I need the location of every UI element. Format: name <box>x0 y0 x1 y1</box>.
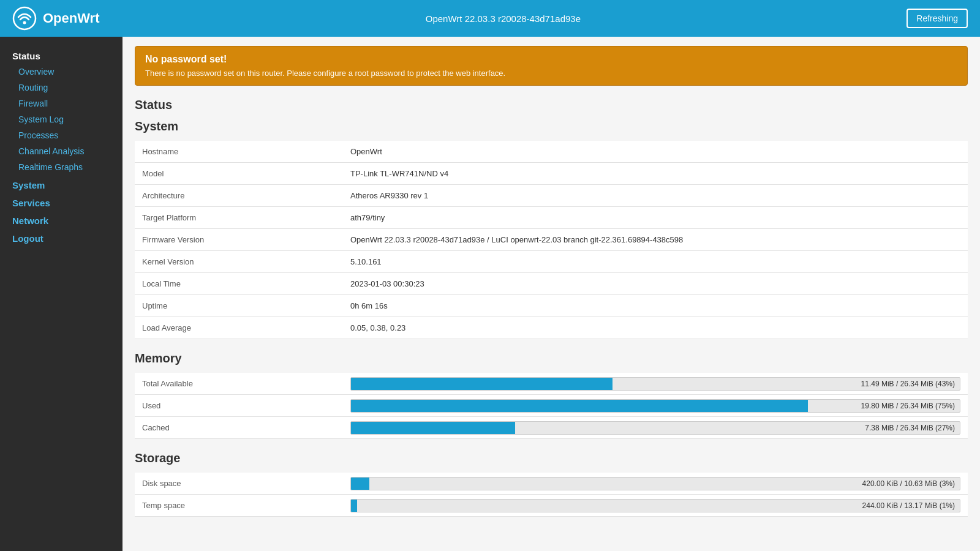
storage-bar: 244.00 KiB / 13.17 MiB (1%) <box>350 499 960 512</box>
row-label: Kernel Version <box>135 251 343 273</box>
table-row: HostnameOpenWrt <box>135 141 968 163</box>
bar-label: 19.80 MiB / 26.34 MiB (75%) <box>861 402 955 410</box>
row-label: Hostname <box>135 141 343 163</box>
bar-fill <box>351 478 369 490</box>
bar-label: 7.38 MiB / 26.34 MiB (27%) <box>865 424 955 432</box>
storage-table: Disk space 420.00 KiB / 10.63 MiB (3%) T… <box>135 473 968 517</box>
content-area: No password set! There is no password se… <box>123 37 980 551</box>
storage-bar: 420.00 KiB / 10.63 MiB (3%) <box>350 477 960 490</box>
row-bar-cell: 420.00 KiB / 10.63 MiB (3%) <box>343 473 968 495</box>
row-bar-cell: 19.80 MiB / 26.34 MiB (75%) <box>343 395 968 417</box>
memory-bar: 7.38 MiB / 26.34 MiB (27%) <box>350 421 960 435</box>
table-row: ModelTP-Link TL-WR741N/ND v4 <box>135 163 968 185</box>
bar-fill <box>351 400 808 412</box>
warning-banner: No password set! There is no password se… <box>135 46 968 86</box>
row-value: Atheros AR9330 rev 1 <box>343 185 968 207</box>
sidebar-item-processes[interactable]: Processes <box>0 127 123 143</box>
row-value: ath79/tiny <box>343 207 968 229</box>
system-table: HostnameOpenWrtModelTP-Link TL-WR741N/ND… <box>135 141 968 339</box>
row-label: Local Time <box>135 273 343 295</box>
table-row: ArchitectureAtheros AR9330 rev 1 <box>135 185 968 207</box>
bar-label: 244.00 KiB / 13.17 MiB (1%) <box>862 501 955 510</box>
sidebar-status-header: Status <box>0 46 123 64</box>
sidebar-item-system[interactable]: System <box>0 175 123 193</box>
sidebar-item-services[interactable]: Services <box>0 193 123 211</box>
svg-point-1 <box>23 21 26 24</box>
table-row: Used 19.80 MiB / 26.34 MiB (75%) <box>135 395 968 417</box>
sidebar-item-overview[interactable]: Overview <box>0 64 123 80</box>
bar-label: 420.00 KiB / 10.63 MiB (3%) <box>862 479 955 488</box>
table-row: Temp space 244.00 KiB / 13.17 MiB (1%) <box>135 495 968 517</box>
row-value: OpenWrt <box>343 141 968 163</box>
table-row: Uptime0h 6m 16s <box>135 295 968 317</box>
logo-area: OpenWrt <box>12 6 99 31</box>
row-label: Target Platform <box>135 207 343 229</box>
memory-bar: 11.49 MiB / 26.34 MiB (43%) <box>350 377 960 391</box>
sidebar-item-system-log[interactable]: System Log <box>0 111 123 127</box>
table-row: Kernel Version5.10.161 <box>135 251 968 273</box>
system-heading: System <box>135 119 968 133</box>
storage-heading: Storage <box>135 451 968 465</box>
row-label: Firmware Version <box>135 229 343 251</box>
sidebar-item-channel-analysis[interactable]: Channel Analysis <box>0 143 123 159</box>
memory-heading: Memory <box>135 351 968 365</box>
memory-bar: 19.80 MiB / 26.34 MiB (75%) <box>350 399 960 413</box>
memory-table: Total Available 11.49 MiB / 26.34 MiB (4… <box>135 373 968 439</box>
table-row: Local Time2023-01-03 00:30:23 <box>135 273 968 295</box>
row-value: 0.05, 0.38, 0.23 <box>343 317 968 339</box>
bar-fill <box>351 422 515 434</box>
table-row: Cached 7.38 MiB / 26.34 MiB (27%) <box>135 417 968 439</box>
row-bar-cell: 244.00 KiB / 13.17 MiB (1%) <box>343 495 968 517</box>
row-value: 2023-01-03 00:30:23 <box>343 273 968 295</box>
table-row: Load Average0.05, 0.38, 0.23 <box>135 317 968 339</box>
warning-message: There is no password set on this router.… <box>145 69 957 78</box>
row-label: Cached <box>135 417 343 439</box>
row-label: Uptime <box>135 295 343 317</box>
row-value: OpenWrt 22.03.3 r20028-43d71ad93e / LuCI… <box>343 229 968 251</box>
svg-point-0 <box>13 7 36 29</box>
bar-label: 11.49 MiB / 26.34 MiB (43%) <box>861 380 955 388</box>
table-row: Disk space 420.00 KiB / 10.63 MiB (3%) <box>135 473 968 495</box>
status-heading: Status <box>135 98 968 112</box>
row-label: Disk space <box>135 473 343 495</box>
row-label: Total Available <box>135 373 343 395</box>
sidebar-item-firewall[interactable]: Firewall <box>0 96 123 111</box>
refresh-button[interactable]: Refreshing <box>907 9 968 28</box>
app-title: OpenWrt <box>43 10 99 26</box>
bar-fill <box>351 500 357 512</box>
table-row: Total Available 11.49 MiB / 26.34 MiB (4… <box>135 373 968 395</box>
row-label: Architecture <box>135 185 343 207</box>
bar-fill <box>351 378 612 390</box>
sidebar: Status Overview Routing Firewall System … <box>0 37 123 551</box>
row-value: TP-Link TL-WR741N/ND v4 <box>343 163 968 185</box>
row-value: 0h 6m 16s <box>343 295 968 317</box>
table-row: Target Platformath79/tiny <box>135 207 968 229</box>
row-value: 5.10.161 <box>343 251 968 273</box>
sidebar-item-routing[interactable]: Routing <box>0 80 123 96</box>
row-bar-cell: 11.49 MiB / 26.34 MiB (43%) <box>343 373 968 395</box>
warning-title: No password set! <box>145 54 957 65</box>
header-firmware: OpenWrt 22.03.3 r20028-43d71ad93e <box>99 13 907 24</box>
row-label: Model <box>135 163 343 185</box>
main-layout: Status Overview Routing Firewall System … <box>0 37 980 551</box>
row-bar-cell: 7.38 MiB / 26.34 MiB (27%) <box>343 417 968 439</box>
table-row: Firmware VersionOpenWrt 22.03.3 r20028-4… <box>135 229 968 251</box>
row-label: Used <box>135 395 343 417</box>
openwrt-logo-icon <box>12 6 37 31</box>
row-label: Temp space <box>135 495 343 517</box>
row-label: Load Average <box>135 317 343 339</box>
sidebar-item-network[interactable]: Network <box>0 211 123 228</box>
header: OpenWrt OpenWrt 22.03.3 r20028-43d71ad93… <box>0 0 980 37</box>
sidebar-item-realtime-graphs[interactable]: Realtime Graphs <box>0 159 123 175</box>
sidebar-item-logout[interactable]: Logout <box>0 228 123 246</box>
